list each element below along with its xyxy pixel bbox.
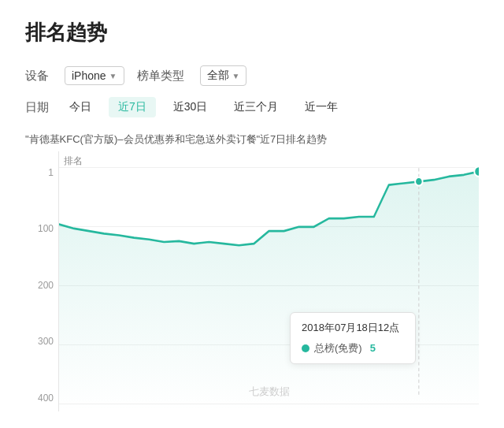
svg-point-1 bbox=[415, 177, 423, 186]
date-btn-30days[interactable]: 近30日 bbox=[164, 97, 217, 117]
y-tick-1: 1 bbox=[25, 167, 54, 178]
y-tick-100: 100 bbox=[25, 223, 54, 234]
date-btn-1year[interactable]: 近一年 bbox=[295, 97, 347, 117]
chart-end-dot bbox=[474, 166, 479, 177]
filter-row-device: 设备 iPhone ▼ 榜单类型 全部 ▼ bbox=[25, 65, 479, 86]
tooltip-row: 总榜(免费) 5 bbox=[302, 341, 404, 355]
y-tick-200: 200 bbox=[25, 280, 54, 291]
date-btn-today[interactable]: 今日 bbox=[60, 97, 101, 117]
chart-svg bbox=[59, 151, 479, 411]
date-label: 日期 bbox=[25, 100, 49, 115]
chart-inner: 排名 bbox=[58, 151, 479, 411]
chart-type-label: 榜单类型 bbox=[137, 69, 184, 84]
tooltip-value: 5 bbox=[370, 342, 376, 354]
chart-area: 1 100 200 300 400 排名 bbox=[25, 151, 479, 411]
tooltip-date: 2018年07月18日12点 bbox=[302, 321, 404, 335]
watermark: 七麦数据 bbox=[249, 385, 290, 399]
date-btn-3months[interactable]: 近三个月 bbox=[224, 97, 287, 117]
y-tick-300: 300 bbox=[25, 336, 54, 347]
date-filter-row: 日期 今日 近7日 近30日 近三个月 近一年 bbox=[25, 97, 479, 117]
device-chevron-icon: ▼ bbox=[109, 72, 117, 80]
y-tick-400: 400 bbox=[25, 393, 54, 404]
chart-type-select[interactable]: 全部 ▼ bbox=[200, 65, 247, 86]
chart-subtitle: "肯德基KFC(官方版)–会员优惠券和宅急送外卖订餐"近7日排名趋势 bbox=[25, 132, 479, 148]
chart-type-chevron-icon: ▼ bbox=[232, 72, 240, 80]
tooltip-series-label: 总榜(免费) bbox=[314, 341, 362, 355]
device-label: 设备 bbox=[25, 69, 49, 84]
tooltip-dot-icon bbox=[302, 344, 309, 352]
tooltip-box: 2018年07月18日12点 总榜(免费) 5 bbox=[290, 312, 416, 364]
page-title: 排名趋势 bbox=[25, 19, 479, 47]
chart-type-value: 全部 bbox=[207, 69, 229, 83]
device-select[interactable]: iPhone ▼ bbox=[65, 66, 124, 85]
device-value: iPhone bbox=[72, 69, 106, 82]
date-btn-7days[interactable]: 近7日 bbox=[109, 97, 156, 117]
y-axis: 1 100 200 300 400 bbox=[25, 151, 54, 411]
